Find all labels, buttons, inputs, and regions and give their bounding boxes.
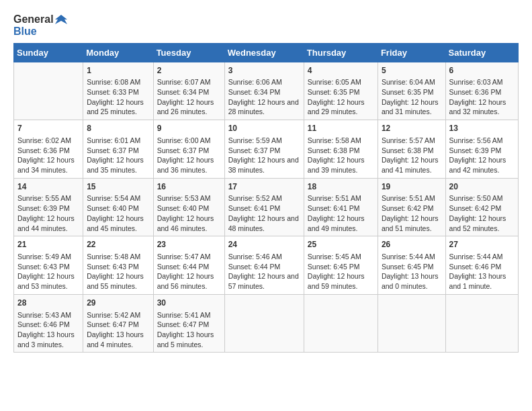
day-cell: 29Sunrise: 5:42 AMSunset: 6:47 PMDayligh… [83,294,153,353]
day-info: Sunrise: 6:08 AMSunset: 6:33 PMDaylight:… [87,77,149,117]
week-row-5: 28Sunrise: 5:43 AMSunset: 6:46 PMDayligh… [14,294,519,353]
logo-general: General [13,13,54,26]
day-cell: 5Sunrise: 6:04 AMSunset: 6:35 PMDaylight… [378,62,445,120]
day-cell: 10Sunrise: 5:59 AMSunset: 6:37 PMDayligh… [224,120,304,179]
day-cell: 9Sunrise: 6:00 AMSunset: 6:37 PMDaylight… [153,120,224,179]
day-cell: 15Sunrise: 5:54 AMSunset: 6:40 PMDayligh… [83,178,153,236]
day-number: 20 [449,181,515,193]
day-number: 26 [382,239,442,250]
day-number: 14 [17,181,79,193]
day-cell: 23Sunrise: 5:47 AMSunset: 6:44 PMDayligh… [153,236,224,295]
day-cell: 8Sunrise: 6:01 AMSunset: 6:37 PMDaylight… [83,120,153,179]
day-number: 22 [87,239,149,250]
day-cell [304,294,378,353]
day-number: 4 [308,65,374,77]
day-info: Sunrise: 6:05 AMSunset: 6:35 PMDaylight:… [308,77,374,117]
day-number: 11 [308,123,374,134]
day-info: Sunrise: 5:45 AMSunset: 6:45 PMDaylight:… [308,252,374,291]
day-number: 13 [449,123,515,134]
day-info: Sunrise: 5:52 AMSunset: 6:41 PMDaylight:… [228,193,300,233]
day-info: Sunrise: 5:51 AMSunset: 6:41 PMDaylight:… [308,193,374,233]
logo-blue: Blue [13,26,67,38]
day-info: Sunrise: 6:06 AMSunset: 6:34 PMDaylight:… [228,77,300,117]
logo-bird-icon [55,13,67,26]
column-header-thursday: Thursday [304,43,378,62]
column-header-tuesday: Tuesday [153,43,224,62]
day-info: Sunrise: 6:03 AMSunset: 6:36 PMDaylight:… [449,77,515,117]
day-cell: 24Sunrise: 5:46 AMSunset: 6:44 PMDayligh… [224,236,304,295]
day-info: Sunrise: 5:58 AMSunset: 6:38 PMDaylight:… [308,136,374,175]
day-cell: 1Sunrise: 6:08 AMSunset: 6:33 PMDaylight… [83,62,153,120]
day-cell: 20Sunrise: 5:50 AMSunset: 6:42 PMDayligh… [445,178,518,236]
day-number: 7 [17,123,79,134]
day-info: Sunrise: 6:02 AMSunset: 6:36 PMDaylight:… [17,136,79,175]
day-number: 1 [87,65,149,77]
day-info: Sunrise: 5:59 AMSunset: 6:37 PMDaylight:… [228,136,300,175]
day-info: Sunrise: 5:41 AMSunset: 6:47 PMDaylight:… [157,310,221,350]
column-header-wednesday: Wednesday [224,43,304,62]
day-number: 15 [87,181,149,193]
day-number: 5 [382,65,442,77]
day-number: 10 [228,123,300,134]
header-row: SundayMondayTuesdayWednesdayThursdayFrid… [14,43,519,62]
day-cell: 4Sunrise: 6:05 AMSunset: 6:35 PMDaylight… [304,62,378,120]
day-cell: 13Sunrise: 5:56 AMSunset: 6:39 PMDayligh… [445,120,518,179]
day-info: Sunrise: 6:04 AMSunset: 6:35 PMDaylight:… [382,77,442,117]
day-number: 27 [449,239,515,250]
day-cell: 3Sunrise: 6:06 AMSunset: 6:34 PMDaylight… [224,62,304,120]
day-cell: 18Sunrise: 5:51 AMSunset: 6:41 PMDayligh… [304,178,378,236]
day-info: Sunrise: 5:57 AMSunset: 6:38 PMDaylight:… [382,136,442,175]
day-info: Sunrise: 5:53 AMSunset: 6:40 PMDaylight:… [157,193,221,233]
logo-text: General Blue [13,13,67,38]
day-cell: 16Sunrise: 5:53 AMSunset: 6:40 PMDayligh… [153,178,224,236]
day-number: 19 [382,181,442,193]
day-cell: 11Sunrise: 5:58 AMSunset: 6:38 PMDayligh… [304,120,378,179]
day-number: 17 [228,181,300,193]
header: General Blue [13,13,519,38]
column-header-sunday: Sunday [14,43,83,62]
day-info: Sunrise: 5:48 AMSunset: 6:43 PMDaylight:… [87,252,149,291]
day-number: 6 [449,65,515,77]
day-info: Sunrise: 5:50 AMSunset: 6:42 PMDaylight:… [449,193,515,233]
day-cell: 30Sunrise: 5:41 AMSunset: 6:47 PMDayligh… [153,294,224,353]
day-number: 25 [308,239,374,250]
day-number: 28 [17,298,79,309]
day-cell: 12Sunrise: 5:57 AMSunset: 6:38 PMDayligh… [378,120,445,179]
day-info: Sunrise: 5:44 AMSunset: 6:46 PMDaylight:… [449,252,515,291]
day-cell: 14Sunrise: 5:55 AMSunset: 6:39 PMDayligh… [14,178,83,236]
day-info: Sunrise: 5:54 AMSunset: 6:40 PMDaylight:… [87,193,149,233]
day-info: Sunrise: 6:01 AMSunset: 6:37 PMDaylight:… [87,136,149,175]
day-info: Sunrise: 5:55 AMSunset: 6:39 PMDaylight:… [17,193,79,233]
week-row-4: 21Sunrise: 5:49 AMSunset: 6:43 PMDayligh… [14,236,519,295]
day-cell: 27Sunrise: 5:44 AMSunset: 6:46 PMDayligh… [445,236,518,295]
day-number: 8 [87,123,149,134]
day-cell [378,294,445,353]
day-cell: 25Sunrise: 5:45 AMSunset: 6:45 PMDayligh… [304,236,378,295]
calendar-table: SundayMondayTuesdayWednesdayThursdayFrid… [13,43,519,353]
svg-marker-0 [55,15,67,24]
day-cell: 2Sunrise: 6:07 AMSunset: 6:34 PMDaylight… [153,62,224,120]
day-cell [224,294,304,353]
day-number: 12 [382,123,442,134]
day-number: 16 [157,181,221,193]
day-number: 21 [17,239,79,250]
day-number: 2 [157,65,221,77]
day-info: Sunrise: 6:07 AMSunset: 6:34 PMDaylight:… [157,77,221,117]
day-info: Sunrise: 6:00 AMSunset: 6:37 PMDaylight:… [157,136,221,175]
column-header-monday: Monday [83,43,153,62]
day-number: 23 [157,239,221,250]
day-info: Sunrise: 5:46 AMSunset: 6:44 PMDaylight:… [228,252,300,291]
day-cell: 22Sunrise: 5:48 AMSunset: 6:43 PMDayligh… [83,236,153,295]
week-row-3: 14Sunrise: 5:55 AMSunset: 6:39 PMDayligh… [14,178,519,236]
day-info: Sunrise: 5:49 AMSunset: 6:43 PMDaylight:… [17,252,79,291]
day-number: 9 [157,123,221,134]
day-cell: 7Sunrise: 6:02 AMSunset: 6:36 PMDaylight… [14,120,83,179]
day-number: 3 [228,65,300,77]
day-number: 18 [308,181,374,193]
day-cell: 19Sunrise: 5:51 AMSunset: 6:42 PMDayligh… [378,178,445,236]
day-cell: 28Sunrise: 5:43 AMSunset: 6:46 PMDayligh… [14,294,83,353]
day-info: Sunrise: 5:47 AMSunset: 6:44 PMDaylight:… [157,252,221,291]
week-row-2: 7Sunrise: 6:02 AMSunset: 6:36 PMDaylight… [14,120,519,179]
day-number: 29 [87,298,149,309]
day-info: Sunrise: 5:56 AMSunset: 6:39 PMDaylight:… [449,136,515,175]
